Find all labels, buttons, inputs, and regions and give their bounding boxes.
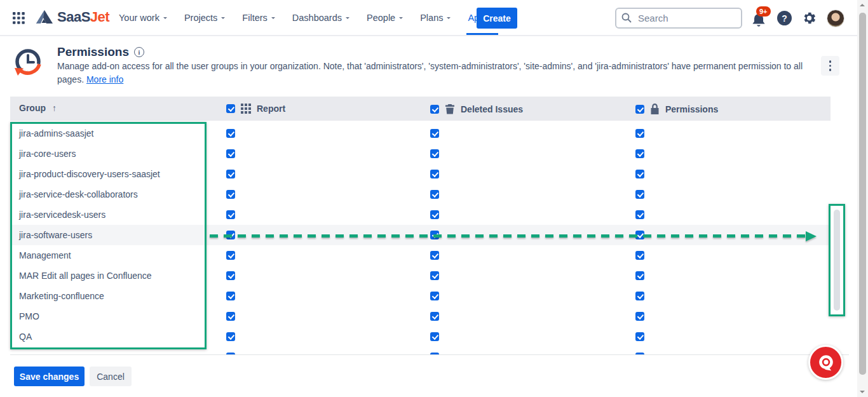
column-checkbox-deleted-issues[interactable] xyxy=(430,105,439,114)
page-description: Manage add-on access for all the user gr… xyxy=(57,60,806,86)
table-row: jira-service-desk-collaborators xyxy=(10,184,831,205)
row-checkbox[interactable] xyxy=(226,251,235,260)
column-checkbox-permissions[interactable] xyxy=(635,105,644,114)
table-row: jira-admins-saasjet xyxy=(10,123,831,144)
column-checkbox-report[interactable] xyxy=(226,104,235,113)
row-checkbox[interactable] xyxy=(430,129,439,138)
notifications-button[interactable]: 9+ xyxy=(751,9,768,28)
nav-item-label: Plans xyxy=(420,13,443,23)
table-row: jira-software-users xyxy=(10,225,831,245)
scroll-down-arrow-icon[interactable] xyxy=(860,391,865,393)
row-checkbox[interactable] xyxy=(430,312,439,321)
group-name: jira-servicedesk-users xyxy=(19,210,105,220)
row-checkbox[interactable] xyxy=(226,190,235,199)
nav-item-label: Filters xyxy=(242,13,267,23)
nav-item-projects[interactable]: Projects xyxy=(184,0,225,35)
row-checkbox[interactable] xyxy=(430,170,439,178)
help-button[interactable]: ? xyxy=(777,11,792,25)
chevron-down-icon xyxy=(346,17,349,21)
description-text: Manage add-on access for all the user gr… xyxy=(57,61,803,84)
row-checkbox[interactable] xyxy=(226,231,235,239)
row-checkbox[interactable] xyxy=(635,332,644,341)
cancel-button[interactable]: Cancel xyxy=(90,367,132,386)
row-checkbox[interactable] xyxy=(635,149,644,158)
kebab-dot xyxy=(829,65,832,67)
nav-item-dashboards[interactable]: Dashboards xyxy=(292,0,349,35)
row-checkbox[interactable] xyxy=(635,271,644,280)
row-checkbox[interactable] xyxy=(430,251,439,260)
row-checkbox[interactable] xyxy=(226,210,235,219)
top-navigation-bar: SaaSJet Your workProjectsFiltersDashboar… xyxy=(0,0,857,36)
row-checkbox[interactable] xyxy=(635,251,644,260)
info-icon[interactable]: i xyxy=(134,47,144,57)
row-checkbox[interactable] xyxy=(635,129,644,138)
row-checkbox[interactable] xyxy=(635,292,644,300)
settings-button[interactable] xyxy=(801,10,817,26)
brand-logo[interactable]: SaaSJet xyxy=(36,9,109,25)
column-label: Permissions xyxy=(665,104,718,114)
row-checkbox[interactable] xyxy=(226,271,235,280)
row-checkbox[interactable] xyxy=(430,292,439,300)
kebab-dot xyxy=(829,69,832,71)
row-checkbox[interactable] xyxy=(226,292,235,300)
nav-item-your-work[interactable]: Your work xyxy=(119,0,167,35)
kebab-dot xyxy=(829,60,832,63)
row-checkbox[interactable] xyxy=(226,149,235,158)
row-checkbox[interactable] xyxy=(635,190,644,199)
table-row: jira-servicedesk-users xyxy=(10,205,831,225)
row-checkbox[interactable] xyxy=(430,190,439,199)
chevron-down-icon xyxy=(447,17,451,21)
column-header-permissions: Permissions xyxy=(635,104,718,114)
group-name: jira-admins-saasjet xyxy=(19,128,93,138)
page-title: Permissions xyxy=(57,45,129,59)
table-row: Management xyxy=(10,245,831,266)
more-options-button[interactable] xyxy=(821,56,839,76)
group-name: jira-product-discovery-users-saasjet xyxy=(19,169,160,179)
group-name: PMO xyxy=(19,311,39,321)
nav-item-label: Your work xyxy=(119,13,159,23)
nav-item-filters[interactable]: Filters xyxy=(242,0,275,35)
row-checkbox[interactable] xyxy=(226,332,235,341)
speech-bubble-icon xyxy=(815,351,837,374)
search-input[interactable] xyxy=(615,8,742,29)
row-checkbox[interactable] xyxy=(635,312,644,321)
page-title-row: Permissions i xyxy=(57,45,144,59)
scroll-up-arrow-icon[interactable] xyxy=(860,4,865,6)
row-checkbox[interactable] xyxy=(430,149,439,158)
create-button[interactable]: Create xyxy=(477,8,517,29)
more-info-link[interactable]: More info xyxy=(86,74,123,84)
trash-icon xyxy=(445,104,455,114)
row-checkbox[interactable] xyxy=(430,231,439,239)
group-name: Marketing-confluence xyxy=(19,291,104,301)
row-checkbox[interactable] xyxy=(635,170,644,178)
group-name: jira-core-users xyxy=(19,149,76,159)
browser-scrollbar[interactable] xyxy=(857,0,868,397)
row-checkbox[interactable] xyxy=(430,332,439,341)
nav-item-label: People xyxy=(367,13,395,23)
row-checkbox[interactable] xyxy=(226,170,235,178)
row-checkbox[interactable] xyxy=(430,271,439,280)
brand-name: SaaSJet xyxy=(57,9,109,25)
nav-item-people[interactable]: People xyxy=(367,0,403,35)
grid-icon xyxy=(241,104,251,114)
group-column-header[interactable]: Group ↑ xyxy=(19,103,57,113)
row-checkbox[interactable] xyxy=(635,231,644,239)
scrollbar-thumb[interactable] xyxy=(859,13,866,375)
row-checkbox[interactable] xyxy=(226,129,235,138)
table-row: PMO xyxy=(10,306,831,326)
question-mark-icon: ? xyxy=(782,13,787,24)
table-bottom-divider xyxy=(10,354,849,355)
table-row: QA xyxy=(10,326,831,347)
screen: SaaSJet Your workProjectsFiltersDashboar… xyxy=(0,0,868,397)
table-row: MAR Edit all pages in Confluence xyxy=(10,266,831,286)
inner-scrollbar-thumb[interactable] xyxy=(834,210,840,311)
app-switcher-icon[interactable] xyxy=(13,12,25,24)
nav-item-plans[interactable]: Plans xyxy=(420,0,451,35)
save-changes-button[interactable]: Save changes xyxy=(14,367,85,386)
nav-icons: 9+ ? xyxy=(751,0,844,36)
user-avatar[interactable] xyxy=(827,10,844,27)
row-checkbox[interactable] xyxy=(226,312,235,321)
row-checkbox[interactable] xyxy=(430,210,439,219)
chat-widget-button[interactable] xyxy=(808,345,843,380)
row-checkbox[interactable] xyxy=(635,210,644,219)
